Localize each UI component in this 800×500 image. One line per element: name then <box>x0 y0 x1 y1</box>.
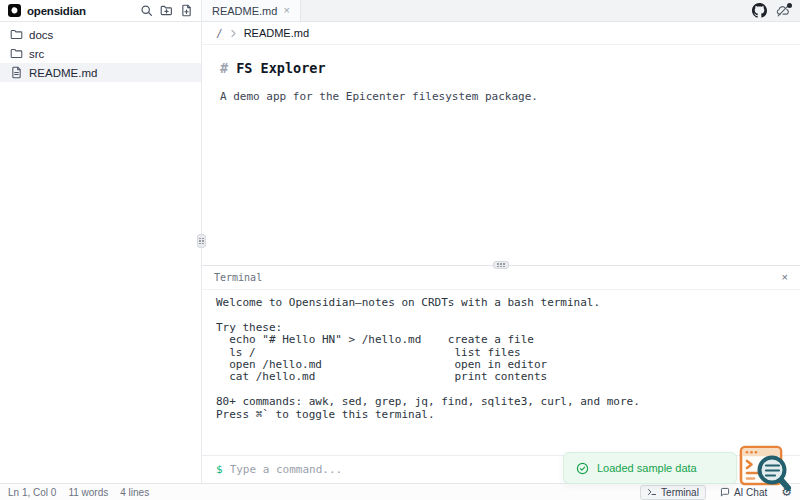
github-icon[interactable] <box>752 3 767 18</box>
terminal-output[interactable]: Welcome to Opensidian—notes on CRDTs wit… <box>202 290 800 455</box>
terminal-icon <box>647 487 657 497</box>
folder-icon <box>10 47 23 60</box>
file-explorer-sidebar: docs src README.md <box>0 22 202 483</box>
terminal-button-label: Terminal <box>661 487 699 498</box>
toast-notification: Loaded sample data <box>563 452 737 484</box>
terminal-header: Terminal × <box>202 266 800 290</box>
app-logo <box>8 4 21 17</box>
word-count: 11 words <box>68 487 108 498</box>
breadcrumb-file[interactable]: README.md <box>244 27 309 39</box>
search-icon[interactable] <box>140 4 153 17</box>
terminal-close-icon[interactable]: × <box>782 272 788 283</box>
window-magnifier-icon <box>738 444 794 496</box>
top-header: opensidian README.md × <box>0 0 800 22</box>
tab-readme[interactable]: README.md × <box>202 0 301 21</box>
search-logo-overlay <box>738 444 794 496</box>
sidebar-header: opensidian <box>0 0 202 21</box>
toast-message: Loaded sample data <box>597 462 697 474</box>
sidebar-item-label: docs <box>29 29 53 41</box>
chevron-right-icon <box>229 29 238 38</box>
tab-bar-spacer <box>301 0 752 21</box>
sync-offline-icon[interactable] <box>776 4 790 18</box>
terminal-toggle-button[interactable]: Terminal <box>640 485 706 500</box>
cursor-position: Ln 1, Col 0 <box>8 487 56 498</box>
markdown-heading: #FS Explorer <box>220 60 782 76</box>
check-circle-icon <box>576 462 589 475</box>
heading-text: FS Explorer <box>236 60 325 76</box>
markdown-paragraph: A demo app for the Epicenter filesystem … <box>220 90 782 103</box>
sidebar-item-label: README.md <box>29 67 97 79</box>
new-folder-icon[interactable] <box>160 4 173 17</box>
folder-icon <box>10 28 23 41</box>
app-title: opensidian <box>27 5 86 17</box>
terminal-title: Terminal <box>214 272 262 283</box>
terminal-prompt: $ <box>216 463 223 476</box>
sidebar-item-label: src <box>29 48 44 60</box>
sidebar-item-src[interactable]: src <box>0 44 201 63</box>
tab-bar: README.md × <box>202 0 800 21</box>
file-icon <box>10 66 23 79</box>
heading-hash: # <box>220 60 228 76</box>
breadcrumb-root[interactable]: / <box>216 27 223 40</box>
editor-pane[interactable]: #FS Explorer A demo app for the Epicente… <box>202 45 800 265</box>
tab-label: README.md <box>212 5 277 17</box>
sidebar-resize-handle[interactable] <box>197 234 206 248</box>
status-dot <box>787 3 792 8</box>
status-bar: Ln 1, Col 0 11 words 4 lines Terminal AI… <box>0 483 800 500</box>
new-file-icon[interactable] <box>180 4 193 17</box>
sidebar-item-docs[interactable]: docs <box>0 25 201 44</box>
sidebar-item-readme[interactable]: README.md <box>0 63 201 82</box>
terminal-output-text: Welcome to Opensidian—notes on CRDTs wit… <box>216 297 786 421</box>
tab-close-icon[interactable]: × <box>283 5 289 16</box>
terminal-panel: Terminal × Welcome to Opensidian—notes o… <box>202 265 800 483</box>
breadcrumb: / README.md <box>202 22 800 45</box>
chat-icon <box>720 487 730 497</box>
terminal-resize-handle[interactable] <box>493 261 509 269</box>
line-count: 4 lines <box>120 487 149 498</box>
